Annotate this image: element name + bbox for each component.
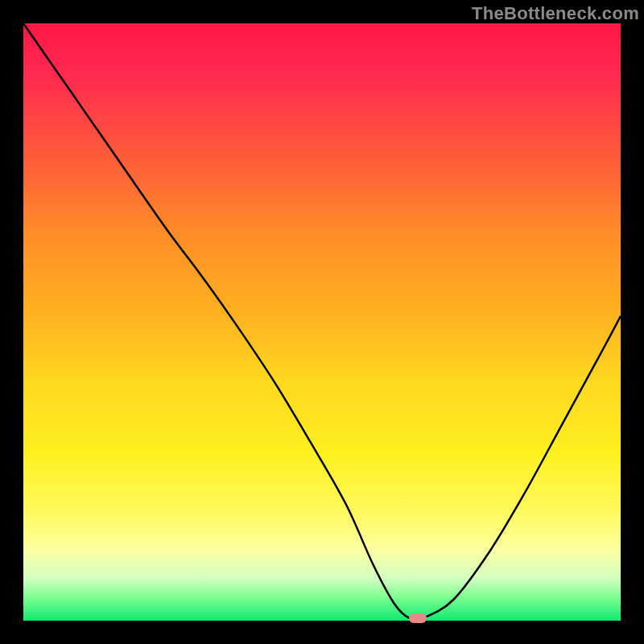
curve-path [23,23,621,620]
optimal-point-marker [409,613,427,623]
watermark-text: TheBottleneck.com [472,3,639,24]
bottleneck-curve [23,23,621,621]
chart-plot-area [23,23,621,621]
